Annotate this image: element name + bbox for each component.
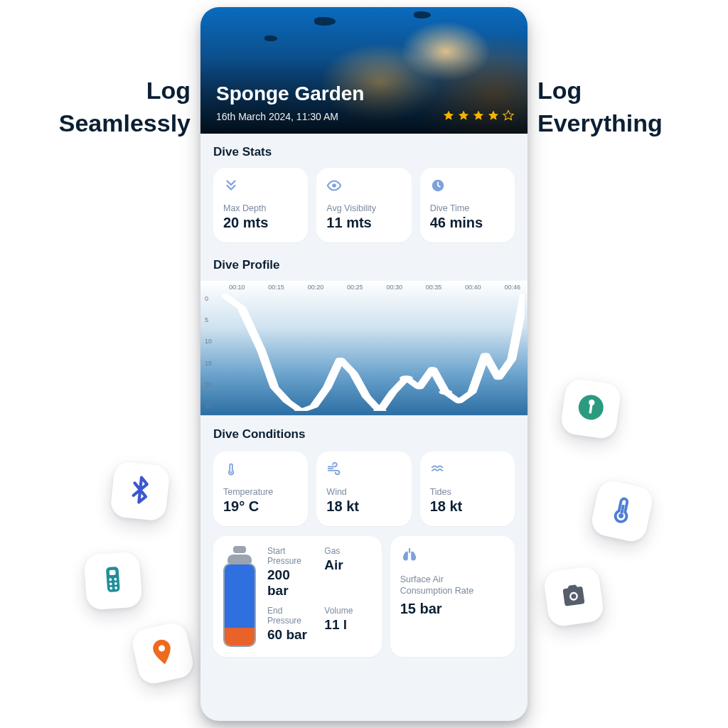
marketing-right-line1: Log [537,75,708,107]
phone-frame: Sponge Garden 16th March 2024, 11:30 AM … [200,7,528,721]
condition-tides[interactable]: Tides 18 kt [420,451,515,526]
wind-icon [326,461,401,480]
thermometer-icon [604,492,641,530]
waves-icon [430,461,505,480]
cond-label: Wind [326,487,401,497]
bluetooth-icon [124,473,157,509]
dive-datetime: 16th March 2024, 11:30 AM [216,111,338,122]
stat-value: 20 mts [223,215,298,231]
svg-line-13 [621,505,623,513]
cond-value: 18 kt [430,498,505,515]
cond-label: Temperature [223,487,298,497]
condition-temperature[interactable]: Temperature 19° C [213,451,308,526]
dive-conditions-title: Dive Conditions [213,427,515,441]
chart-x-axis: 00:1000:1500:2000:2500:3000:3500:4000:46 [229,284,520,291]
gauge-icon [574,390,608,427]
stat-label: Max Depth [223,203,298,213]
tank-card[interactable]: Start Pressure 200 bar Gas Air End Press… [213,536,382,657]
dive-stats-section: Dive Stats Max Depth 20 mts Avg Visibili… [200,134,528,242]
air-value: 200 bar [267,567,314,599]
chip-bluetooth [109,461,171,522]
air-label: Volume [324,606,371,616]
chart-y-axis: 0510152025 [205,295,220,410]
svg-rect-1 [109,570,116,576]
clock-icon [430,178,505,196]
cond-label: Tides [430,487,505,497]
marketing-left-line2: Seamlessly [20,107,191,140]
chart-line [222,294,525,411]
dive-profile-chart[interactable]: 00:1000:1500:2000:2500:3000:3500:4000:46… [200,281,528,416]
svg-point-21 [439,390,452,395]
chip-gauge [560,378,622,440]
svg-point-22 [230,471,232,473]
cond-value: 19° C [223,498,298,515]
svg-point-20 [400,375,413,380]
dive-profile-section: Dive Profile 00:1000:1500:2000:2500:3000… [200,247,528,416]
marketing-left-line1: Log [20,75,191,107]
map-pin-icon [145,634,181,673]
svg-point-12 [618,513,623,518]
marketing-right-line2: Everything [537,107,708,140]
dive-title: Sponge Garden [216,82,364,105]
cond-value: 18 kt [326,498,401,515]
chip-map-pin [130,621,196,687]
air-value: 60 bar [267,627,314,643]
dive-conditions-section: Dive Conditions Temperature 19° C Wind 1… [200,416,528,657]
marketing-left: Log Seamlessly [20,75,191,140]
chevrons-down-icon [223,178,298,196]
tank-icon [223,546,256,646]
air-label: End Pressure [267,606,314,626]
stat-label: Avg Visibility [326,203,401,213]
air-label: Gas [324,546,371,556]
stat-max-depth[interactable]: Max Depth 20 mts [213,168,308,242]
chip-camera [542,565,605,628]
camera-icon [557,578,591,614]
condition-wind[interactable]: Wind 18 kt [316,451,411,526]
thermometer-icon [223,461,298,480]
dive-stats-title: Dive Stats [213,145,515,159]
svg-point-16 [333,183,337,188]
stat-label: Dive Time [430,203,505,213]
dive-profile-title: Dive Profile [200,258,528,272]
air-value: 11 l [324,617,371,633]
dive-rating[interactable] [442,109,515,122]
marketing-right: Log Everything [537,75,708,140]
lungs-icon [400,546,505,567]
sac-label: Surface Air Consumption Rate [400,574,478,596]
stat-dive-time[interactable]: Dive Time 46 mins [420,168,515,242]
chip-thermometer [589,478,655,545]
stat-value: 11 mts [326,215,401,231]
air-value: Air [324,557,371,573]
stat-value: 46 mins [430,215,505,231]
sac-value: 15 bar [400,601,505,617]
chip-remote [83,551,142,610]
air-label: Start Pressure [267,546,314,566]
stat-avg-visibility[interactable]: Avg Visibility 11 mts [316,168,411,242]
sac-card[interactable]: Surface Air Consumption Rate 15 bar [390,536,515,657]
dive-header: Sponge Garden 16th March 2024, 11:30 AM [200,7,528,134]
remote-icon [97,564,129,599]
eye-icon [326,178,401,196]
